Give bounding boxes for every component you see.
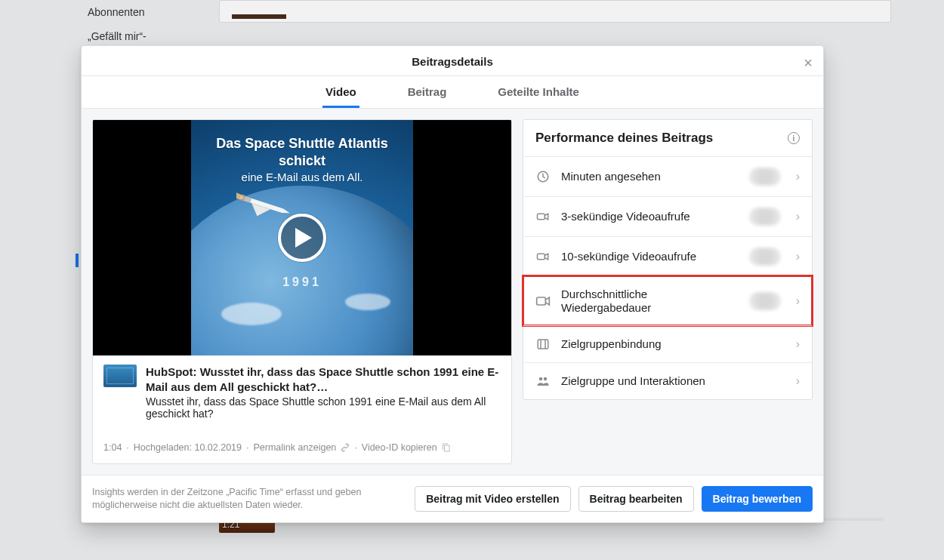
metric-10s-views[interactable]: 10-sekündige Videoaufrufe › <box>523 236 812 276</box>
svg-rect-7 <box>538 214 545 220</box>
create-post-with-video-button[interactable]: Beitrag mit Video erstellen <box>415 486 570 512</box>
metric-label: Zielgruppenbindung <box>561 337 785 351</box>
edit-post-button[interactable]: Beitrag bearbeiten <box>578 486 694 512</box>
video-overlay-headline: Das Space Shuttle Atlantis schickt eine … <box>191 135 413 185</box>
tab-video[interactable]: Video <box>322 76 359 108</box>
chevron-right-icon: › <box>796 170 800 183</box>
video-overlay-year: 1991 <box>282 275 322 289</box>
svg-rect-10 <box>538 340 548 349</box>
svg-rect-8 <box>538 254 545 260</box>
play-button[interactable] <box>278 214 326 262</box>
video-overlay-line2: eine E-Mail aus dem All. <box>191 171 413 185</box>
metric-label: Durchschnittliche Wiedergabedauer <box>561 288 739 315</box>
video-footer: 1:04 · Hochgeladen: 10.02.2019 · Permali… <box>93 427 511 463</box>
chevron-right-icon: › <box>796 250 800 263</box>
metric-label: 10-sekündige Videoaufrufe <box>561 250 739 263</box>
chevron-right-icon: › <box>796 374 800 388</box>
footer-disclaimer: Insights werden in der Zeitzone „Pacific… <box>92 486 407 512</box>
modal-title: Beitragsdetails <box>82 55 823 75</box>
chevron-right-icon: › <box>796 337 800 351</box>
modal-footer: Insights werden in der Zeitzone „Pacific… <box>82 475 823 522</box>
film-icon <box>535 337 551 352</box>
modal-header: Beitragsdetails × <box>82 46 823 75</box>
metric-avg-watch-time[interactable]: Durchschnittliche Wiedergabedauer › <box>523 276 812 325</box>
video-camera-icon <box>535 209 551 224</box>
metric-audience-retention[interactable]: Zielgruppenbindung › <box>523 325 812 362</box>
svg-point-12 <box>544 377 548 381</box>
video-overlay-line1: Das Space Shuttle Atlantis schickt <box>216 136 387 168</box>
metric-value-redacted <box>749 168 781 186</box>
tab-post[interactable]: Beitrag <box>405 76 450 108</box>
video-camera-icon <box>535 249 551 264</box>
people-icon <box>535 374 551 389</box>
clock-icon <box>535 169 551 184</box>
video-thumbnail-icon <box>103 365 137 387</box>
video-card: Das Space Shuttle Atlantis schickt eine … <box>92 119 512 464</box>
video-outline-icon <box>535 294 551 309</box>
copy-icon <box>442 443 451 452</box>
tab-shared[interactable]: Geteilte Inhalte <box>495 76 582 108</box>
svg-rect-9 <box>537 297 546 305</box>
video-title: HubSpot: Wusstet ihr, dass das Space Shu… <box>146 365 501 394</box>
metric-value-redacted <box>749 292 781 310</box>
svg-marker-5 <box>295 228 312 248</box>
chevron-right-icon: › <box>796 210 800 223</box>
info-icon[interactable]: i <box>788 132 800 144</box>
copy-video-id-link[interactable]: Video-ID kopieren <box>362 442 437 453</box>
video-duration: 1:04 <box>103 442 122 453</box>
permalink-link[interactable]: Permalink anzeigen <box>254 442 337 453</box>
svg-point-11 <box>539 377 543 381</box>
modal-tabs: Video Beitrag Geteilte Inhalte <box>82 75 823 109</box>
promote-post-button[interactable]: Beitrag bewerben <box>702 486 813 512</box>
metric-label: Zielgruppe und Interaktionen <box>561 374 785 388</box>
close-icon[interactable]: × <box>804 55 813 70</box>
performance-heading: Performance deines Beitrags <box>535 131 713 146</box>
metric-3s-views[interactable]: 3-sekündige Videoaufrufe › <box>523 196 812 236</box>
metric-label: Minuten angesehen <box>561 170 739 183</box>
chevron-right-icon: › <box>796 294 800 308</box>
post-details-modal: Beitragsdetails × Video Beitrag Geteilte… <box>81 45 824 523</box>
metric-label: 3-sekündige Videoaufrufe <box>561 210 739 223</box>
metric-audience-interactions[interactable]: Zielgruppe und Interaktionen › <box>523 362 812 399</box>
performance-card: Performance deines Beitrags i Minuten an… <box>523 119 813 400</box>
video-description: Wusstet ihr, dass das Space Shuttle scho… <box>93 395 511 427</box>
metric-value-redacted <box>749 248 781 266</box>
video-uploaded: Hochgeladen: 10.02.2019 <box>134 442 242 453</box>
link-icon <box>341 443 350 452</box>
video-player[interactable]: Das Space Shuttle Atlantis schickt eine … <box>93 120 511 355</box>
metric-value-redacted <box>749 208 781 226</box>
metric-minutes-watched[interactable]: Minuten angesehen › <box>523 156 812 196</box>
